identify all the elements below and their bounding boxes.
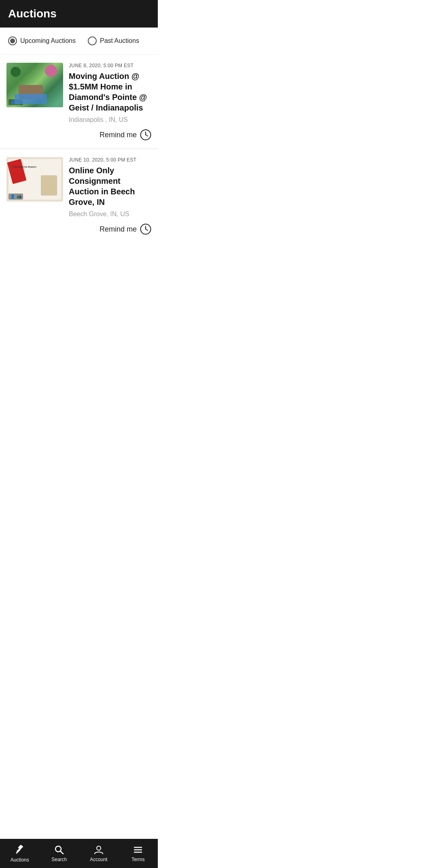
person-icon-small: 👤	[10, 100, 15, 104]
image-icons-1: 👤 📺	[8, 99, 23, 105]
auction-card-1[interactable]: 👤 📺 JUNE 8, 2020, 5:00 PM EST Moving Auc…	[0, 55, 158, 149]
auction-date-1: JUNE 8, 2020, 5:00 PM EST	[69, 63, 151, 68]
auction-title-1: Moving Auction @ $1.5MM Home in Diamond'…	[69, 71, 151, 113]
image-icons-2: 👤 📺	[8, 194, 23, 200]
remind-row-2: Remind me	[6, 223, 151, 235]
page-title: Auctions	[8, 7, 57, 20]
auction-location-2: Beech Grove, IN, US	[69, 211, 151, 218]
header: Auctions	[0, 0, 158, 28]
svg-line-5	[146, 229, 148, 230]
screen-icon-small: 📺	[17, 100, 21, 104]
remind-row-1: Remind me	[6, 129, 151, 140]
auction-location-1: Indianapolis , IN, US	[69, 116, 151, 123]
person-icon-small-2: 👤	[10, 194, 15, 199]
radio-past[interactable]	[88, 36, 97, 45]
remind-label-1: Remind me	[100, 131, 137, 139]
screen-icon-small-2: 📺	[17, 194, 21, 199]
svg-line-2	[146, 135, 148, 136]
auction-title-2: Online Only Consignment Auction in Beech…	[69, 165, 151, 207]
clock-icon-1[interactable]	[140, 129, 151, 140]
filter-tabs: Upcoming Auctions Past Auctions	[0, 28, 158, 55]
remind-label-2: Remind me	[100, 225, 137, 234]
tab-upcoming[interactable]: Upcoming Auctions	[8, 36, 76, 45]
auction-info-2: JUNE 10, 2020, 5:00 PM EST Online Only C…	[69, 157, 151, 218]
radio-upcoming[interactable]	[8, 36, 17, 45]
auction-date-2: JUNE 10, 2020, 5:00 PM EST	[69, 157, 151, 163]
tab-past-label: Past Auctions	[100, 37, 139, 45]
auction-info-1: JUNE 8, 2020, 5:00 PM EST Moving Auction…	[69, 63, 151, 123]
auction-image-2: 👤 📺	[6, 157, 63, 202]
tab-upcoming-label: Upcoming Auctions	[20, 37, 76, 45]
clock-icon-2[interactable]	[140, 223, 151, 235]
tab-past[interactable]: Past Auctions	[88, 36, 139, 45]
auction-list: 👤 📺 JUNE 8, 2020, 5:00 PM EST Moving Auc…	[0, 55, 158, 243]
auction-card-2[interactable]: 👤 📺 JUNE 10, 2020, 5:00 PM EST Online On…	[0, 149, 158, 243]
auction-image-1: 👤 📺	[6, 63, 63, 107]
